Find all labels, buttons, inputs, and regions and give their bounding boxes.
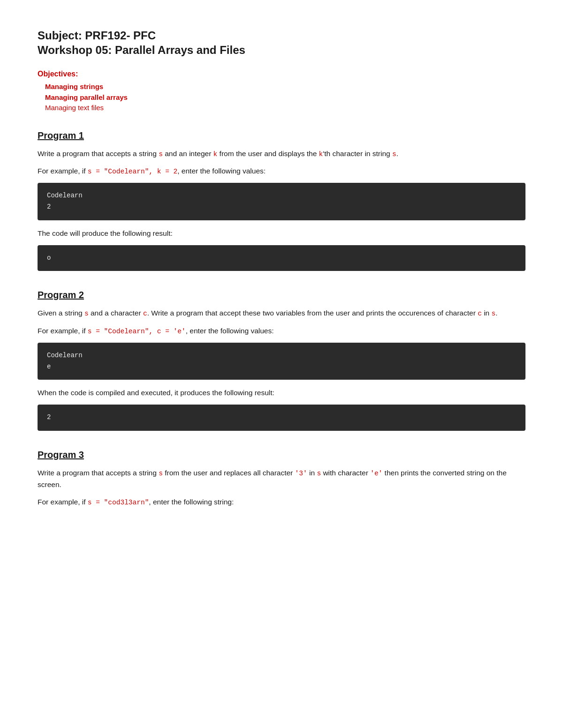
p3-desc-before: Write a program that accepts a string [38,469,159,477]
program-1-heading: Program 1 [38,128,525,143]
program-2-desc: Given a string s and a character c. Writ… [38,308,525,319]
p1-var-k: k [213,150,218,158]
objectives-list: Managing strings Managing parallel array… [38,82,525,113]
p2-desc-end: . [495,309,497,317]
p1-var-s: s [159,150,163,158]
program-3-section: Program 3 Write a program that accepts a… [38,448,525,508]
p3-desc-mid2: in [307,469,317,477]
objectives-section: Objectives: Managing strings Managing pa… [38,68,525,113]
p1-input-line2: 2 [47,202,516,213]
p2-desc-before: Given a string [38,309,84,317]
p1-var-k2: k [319,150,323,158]
p1-desc-after: 'th character in string [323,150,392,158]
p1-input-line1: Codelearn [47,190,516,202]
p2-ex-code: s = "Codelearn", c = 'e' [88,328,186,335]
p2-desc-mid3: in [482,309,492,317]
title-line1: Subject: PRF192- PFC [38,29,156,42]
p3-desc-mid3: with character [321,469,370,477]
p1-desc-end: . [396,150,398,158]
p2-output-line1: 2 [47,412,516,423]
program-1-section: Program 1 Write a program that accepts a… [38,128,525,271]
p1-output-line1: o [47,253,516,264]
p3-var-e: 'e' [370,470,382,477]
p2-var-c: c [143,310,147,317]
program-1-desc: Write a program that accepts a string s … [38,148,525,160]
p2-desc-mid2: . Write a program that accept these two … [147,309,478,317]
p2-var-s2: s [492,310,496,317]
objective-item-2: Managing parallel arrays [45,92,525,103]
p2-input-line2: e [47,361,516,373]
program-3-desc: Write a program that accepts a string s … [38,467,525,491]
p3-var-s: s [159,470,163,477]
p2-var-c2: c [478,310,482,317]
p2-desc-mid1: and a character [89,309,143,317]
objective-item-3: Managing text files [45,103,525,113]
title-line2: Workshop 05: Parallel Arrays and Files [38,44,245,56]
program-2-example-label: For example, if s = "Codelearn", c = 'e'… [38,325,525,337]
p3-var-3: '3' [295,470,307,477]
page-title: Subject: PRF192- PFC Workshop 05: Parall… [38,28,525,57]
p1-ex-after: , enter the following values: [177,167,266,175]
p1-ex-code: s = "Codelearn", k = 2 [88,168,177,175]
program-2-input-block: Codelearn e [38,343,525,380]
p3-ex-after: , enter the following string: [149,498,234,506]
p2-ex-before: For example, if [38,327,88,335]
p3-desc-mid1: from the user and replaces all character [163,469,295,477]
program-2-section: Program 2 Given a string s and a charact… [38,288,525,431]
p2-var-s: s [84,310,89,317]
p1-var-s2: s [392,150,396,158]
program-2-output-block: 2 [38,405,525,431]
p3-var-s2: s [317,470,321,477]
program-1-output-block: o [38,245,525,271]
p1-desc-mid1: and an integer [163,150,213,158]
program-1-example-label: For example, if s = "Codelearn", k = 2, … [38,165,525,177]
objectives-label: Objectives: [38,68,525,80]
p1-desc-before: Write a program that accepts a string [38,150,159,158]
program-2-heading: Program 2 [38,288,525,302]
program-1-result-label: The code will produce the following resu… [38,228,525,240]
program-1-input-block: Codelearn 2 [38,183,525,220]
p1-desc-mid2: from the user and displays the [217,150,319,158]
program-3-heading: Program 3 [38,448,525,462]
p1-ex-before: For example, if [38,167,88,175]
program-2-result-label: When the code is compiled and executed, … [38,387,525,399]
objective-item-1: Managing strings [45,82,525,92]
p2-input-line1: Codelearn [47,350,516,361]
program-3-example-label: For example, if s = "cod3l3arn", enter t… [38,496,525,508]
p3-ex-code: s = "cod3l3arn" [88,499,149,506]
p3-ex-before: For example, if [38,498,88,506]
p2-ex-after: , enter the following values: [186,327,274,335]
